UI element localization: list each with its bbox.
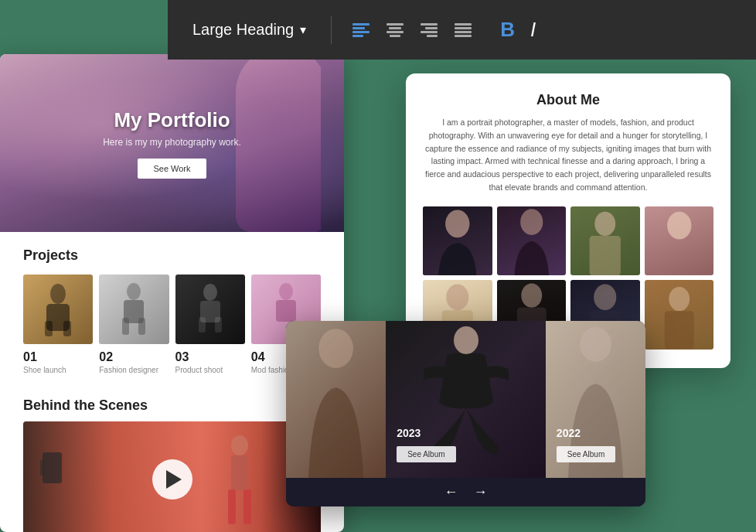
about-photo-2 xyxy=(497,206,567,276)
svg-rect-3 xyxy=(352,35,363,37)
svg-point-51 xyxy=(580,327,611,362)
hero-subtitle: Here is my my photography work. xyxy=(103,137,241,148)
svg-point-40 xyxy=(667,211,691,239)
svg-rect-33 xyxy=(231,455,248,490)
about-text: I am a portrait photographer, a master o… xyxy=(423,116,713,194)
svg-point-50 xyxy=(454,326,478,354)
svg-rect-9 xyxy=(425,27,438,29)
svg-rect-26 xyxy=(199,317,206,332)
about-photo-3 xyxy=(570,206,640,276)
svg-rect-11 xyxy=(427,35,438,37)
carousel-see-album-2023[interactable]: See Album xyxy=(397,446,455,462)
project-info-2: 02 Fashion designer xyxy=(99,350,169,374)
svg-rect-23 xyxy=(138,318,145,335)
projects-numbers: 01 Shoe launch 02 Fashion designer 03 Pr… xyxy=(23,350,321,374)
carousel-bg-left xyxy=(286,321,386,478)
svg-rect-29 xyxy=(276,300,296,322)
about-title: About Me xyxy=(423,92,713,108)
project-num-1: 01 xyxy=(23,350,93,364)
svg-rect-19 xyxy=(63,321,71,336)
project-label-1: Shoe launch xyxy=(23,366,93,374)
svg-point-41 xyxy=(446,285,468,311)
svg-rect-27 xyxy=(215,317,222,332)
svg-rect-2 xyxy=(352,31,369,33)
bts-title: Behind the Scenes xyxy=(23,397,321,414)
project-num-3: 03 xyxy=(175,350,245,364)
carousel-inner: 2023 See Album 2022 See Album xyxy=(286,321,645,478)
about-photo-8 xyxy=(645,280,714,350)
svg-rect-31 xyxy=(40,460,44,476)
svg-rect-30 xyxy=(43,452,62,483)
person-silhouette xyxy=(220,434,259,532)
svg-rect-12 xyxy=(455,23,472,26)
svg-point-20 xyxy=(127,283,141,300)
carousel-navigation: ← → xyxy=(286,478,645,506)
about-photo-4 xyxy=(645,206,714,276)
align-left-icon[interactable] xyxy=(347,16,375,44)
carousel-prev-arrow[interactable]: ← xyxy=(444,484,458,500)
projects-title: Projects xyxy=(23,247,321,264)
project-thumb-3 xyxy=(175,275,245,344)
camera-silhouette xyxy=(39,437,70,502)
about-photo-1 xyxy=(423,206,492,276)
hero-title: My Portfolio xyxy=(103,108,241,132)
project-label-3: Product shoot xyxy=(175,366,245,374)
svg-point-45 xyxy=(594,285,616,311)
svg-rect-10 xyxy=(421,31,438,33)
svg-rect-48 xyxy=(664,312,693,350)
carousel-item-center: 2023 See Album xyxy=(386,321,546,478)
project-label-2: Fashion designer xyxy=(99,366,169,374)
carousel-item-right: 2022 See Album xyxy=(546,321,645,478)
svg-point-36 xyxy=(445,210,469,237)
hero-content: My Portfolio Here is my my photography w… xyxy=(103,108,241,179)
toolbar-divider xyxy=(331,16,332,44)
svg-point-28 xyxy=(279,283,293,300)
toolbar: Large Heading ▾ xyxy=(168,0,756,60)
svg-rect-7 xyxy=(390,35,400,37)
project-info-1: 01 Shoe launch xyxy=(23,350,93,374)
svg-rect-18 xyxy=(45,321,53,336)
svg-point-16 xyxy=(50,284,66,304)
carousel-year-right: 2022 xyxy=(557,427,581,439)
svg-point-43 xyxy=(521,284,542,308)
carousel-see-album-2022[interactable]: See Album xyxy=(557,446,615,462)
svg-rect-5 xyxy=(389,27,401,29)
carousel-year-center: 2023 xyxy=(397,427,421,439)
svg-point-49 xyxy=(318,329,353,368)
hero-see-work-button[interactable]: See Work xyxy=(138,159,206,179)
svg-rect-39 xyxy=(590,236,621,275)
svg-point-47 xyxy=(669,287,690,311)
svg-point-38 xyxy=(594,211,615,235)
chevron-down-icon: ▾ xyxy=(300,22,306,37)
svg-point-32 xyxy=(231,435,248,455)
heading-selector[interactable]: Large Heading ▾ xyxy=(183,15,315,45)
carousel-item-left xyxy=(286,321,386,478)
align-justify-icon[interactable] xyxy=(449,16,477,44)
svg-rect-13 xyxy=(455,27,472,29)
bts-video xyxy=(23,421,321,532)
carousel-next-arrow[interactable]: → xyxy=(474,484,488,500)
play-button[interactable] xyxy=(152,459,192,500)
svg-rect-4 xyxy=(387,23,404,26)
svg-rect-22 xyxy=(122,318,129,335)
svg-rect-8 xyxy=(421,23,438,26)
project-info-3: 03 Product shoot xyxy=(175,350,245,374)
italic-button[interactable]: I xyxy=(530,18,536,42)
align-right-icon[interactable] xyxy=(415,16,443,44)
svg-point-37 xyxy=(520,209,543,235)
svg-rect-35 xyxy=(243,489,251,524)
carousel-panel: 2023 See Album 2022 See Album ← → xyxy=(286,321,645,506)
bold-button[interactable]: B xyxy=(500,18,515,42)
project-thumb-1 xyxy=(23,275,93,344)
align-center-icon[interactable] xyxy=(381,16,409,44)
svg-rect-6 xyxy=(387,31,404,33)
hero-section: My Portfolio Here is my my photography w… xyxy=(0,54,344,232)
svg-rect-34 xyxy=(228,489,236,524)
svg-point-24 xyxy=(203,284,217,301)
project-num-2: 02 xyxy=(99,350,169,364)
project-thumb-2 xyxy=(99,275,169,344)
svg-rect-14 xyxy=(455,31,472,33)
svg-rect-1 xyxy=(352,27,365,29)
projects-grid xyxy=(23,275,321,344)
play-icon xyxy=(166,470,182,489)
